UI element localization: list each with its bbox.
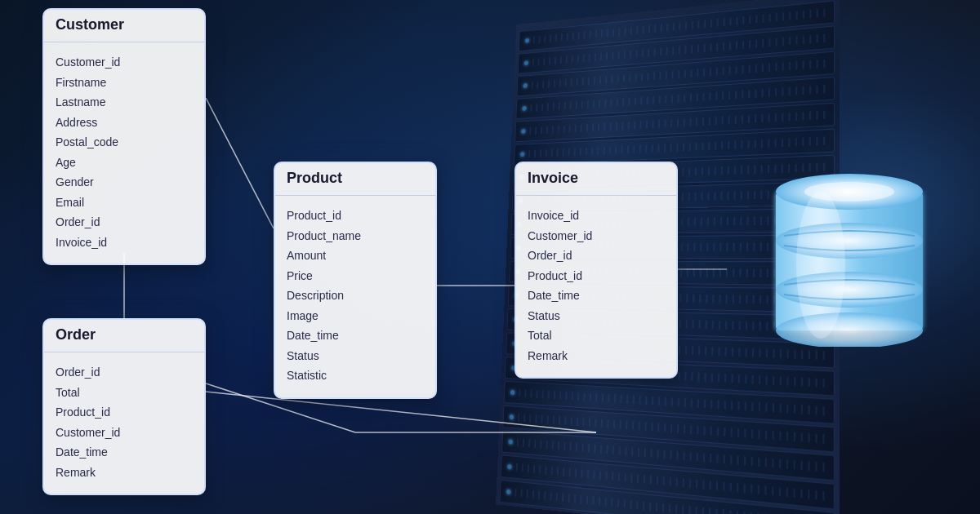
field-image: Image <box>287 306 424 326</box>
field-order_id: Order_id <box>56 362 193 383</box>
field-price: Price <box>287 266 424 286</box>
field-status: Status <box>528 306 665 326</box>
product-table-header: Product <box>275 163 435 196</box>
field-date_time: Date_time <box>528 286 665 306</box>
product-table-fields: Product_idProduct_nameAmountPriceDescrip… <box>275 196 435 397</box>
svg-point-13 <box>804 182 894 202</box>
field-order_id: Order_id <box>56 212 193 233</box>
field-lastname: Lastname <box>56 92 193 113</box>
field-date_time: Date_time <box>287 326 424 346</box>
field-age: Age <box>56 153 193 173</box>
field-amount: Amount <box>287 246 424 266</box>
field-customer_id: Customer_id <box>56 52 193 73</box>
database-icon <box>768 167 931 347</box>
field-total: Total <box>528 326 665 346</box>
field-remark: Remark <box>528 346 665 366</box>
field-product_id: Product_id <box>528 266 665 286</box>
product-table: Product Product_idProduct_nameAmountPric… <box>274 162 437 399</box>
invoice-table: Invoice Invoice_idCustomer_idOrder_idPro… <box>514 162 678 379</box>
customer-table: Customer Customer_idFirstnameLastnameAdd… <box>42 8 206 265</box>
svg-point-12 <box>796 192 845 339</box>
field-status: Status <box>287 346 424 366</box>
field-invoice_id: Invoice_id <box>56 233 193 253</box>
order-table-header: Order <box>44 320 204 352</box>
field-remark: Remark <box>56 463 193 483</box>
invoice-table-header: Invoice <box>516 163 676 196</box>
field-invoice_id: Invoice_id <box>528 206 665 226</box>
customer-table-header: Customer <box>44 10 204 42</box>
field-gender: Gender <box>56 172 193 193</box>
field-customer_id: Customer_id <box>56 423 193 443</box>
field-date_time: Date_time <box>56 442 193 463</box>
field-product_id: Product_id <box>56 402 193 423</box>
field-address: Address <box>56 113 193 133</box>
field-firstname: Firstname <box>56 73 193 93</box>
field-total: Total <box>56 383 193 403</box>
svg-point-11 <box>776 312 923 347</box>
field-product_name: Product_name <box>287 226 424 246</box>
field-description: Description <box>287 286 424 306</box>
field-product_id: Product_id <box>287 206 424 226</box>
order-table-fields: Order_idTotalProduct_idCustomer_idDate_t… <box>44 352 204 494</box>
customer-table-fields: Customer_idFirstnameLastnameAddressPosta… <box>44 42 204 264</box>
field-email: Email <box>56 193 193 213</box>
field-customer_id: Customer_id <box>528 226 665 246</box>
field-order_id: Order_id <box>528 246 665 266</box>
invoice-table-fields: Invoice_idCustomer_idOrder_idProduct_idD… <box>516 196 676 377</box>
field-statistic: Statistic <box>287 366 424 386</box>
order-table: Order Order_idTotalProduct_idCustomer_id… <box>42 318 206 495</box>
field-postal_code: Postal_code <box>56 132 193 153</box>
